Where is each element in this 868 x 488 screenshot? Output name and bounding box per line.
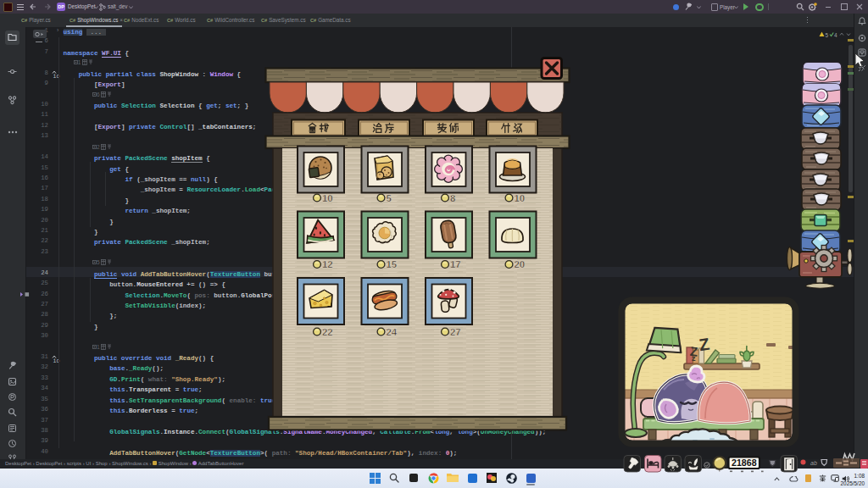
svg-text:20: 20 — [515, 259, 526, 269]
svg-text:z: z — [692, 354, 696, 363]
svg-text:22: 22 — [322, 327, 333, 337]
svg-text:15: 15 — [387, 259, 398, 269]
svg-text:5: 5 — [387, 193, 392, 203]
svg-text:10: 10 — [322, 193, 333, 203]
svg-text:17: 17 — [450, 259, 461, 269]
svg-text:ab: ab — [810, 460, 817, 466]
svg-text:8: 8 — [450, 193, 455, 203]
svg-text:10: 10 — [515, 193, 526, 203]
svg-text:27: 27 — [450, 327, 461, 337]
svg-text:4: 4 — [834, 31, 837, 37]
svg-text:24: 24 — [387, 327, 398, 337]
svg-text:12: 12 — [322, 259, 333, 269]
svg-text:5: 5 — [826, 31, 829, 37]
svg-text:21868: 21868 — [732, 458, 757, 468]
